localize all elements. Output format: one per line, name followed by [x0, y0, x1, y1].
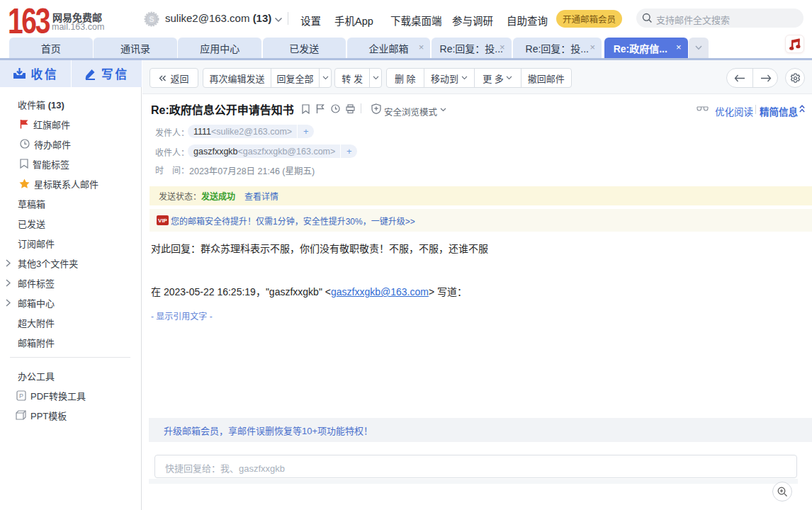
svg-text:S: S [149, 15, 154, 23]
svg-text:P: P [19, 392, 23, 400]
